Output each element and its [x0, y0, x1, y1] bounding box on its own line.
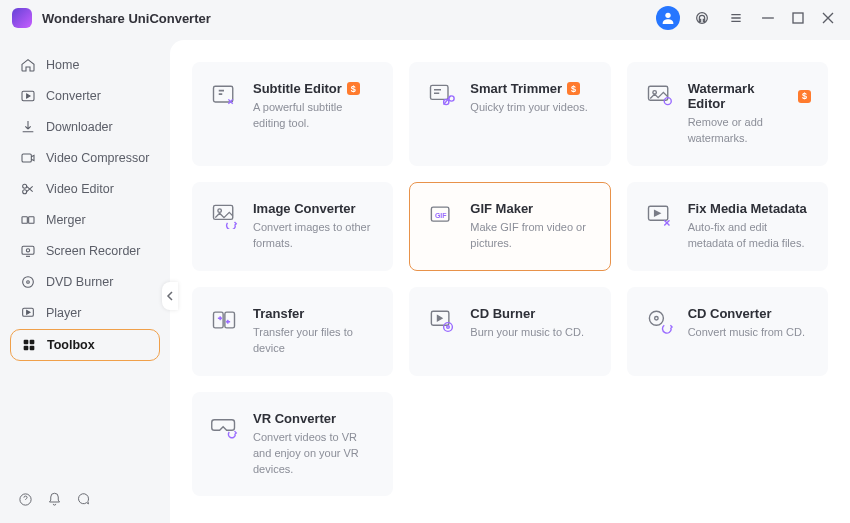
sidebar-item-video-editor[interactable]: Video Editor	[10, 174, 160, 204]
feedback-icon[interactable]	[76, 492, 91, 507]
sidebar-item-screen-recorder[interactable]: Screen Recorder	[10, 236, 160, 266]
tool-desc: Make GIF from video or pictures.	[470, 220, 593, 252]
svg-rect-20	[431, 85, 449, 99]
app-logo	[12, 8, 32, 28]
subtitle-icon	[209, 81, 239, 111]
sidebar-item-video-compressor[interactable]: Video Compressor	[10, 143, 160, 173]
tool-desc: Convert videos to VR and enjoy on your V…	[253, 430, 376, 478]
transfer-icon	[209, 306, 239, 336]
svg-rect-15	[30, 340, 35, 345]
tool-desc: Transfer your files to device	[253, 325, 376, 357]
svg-rect-8	[29, 217, 34, 224]
svg-point-26	[218, 209, 222, 213]
tool-desc: Quicky trim your videos.	[470, 100, 593, 116]
tool-title: Fix Media Metadata	[688, 201, 807, 216]
tool-card-image-converter[interactable]: Image ConverterConvert images to other f…	[192, 182, 393, 271]
sidebar-item-downloader[interactable]: Downloader	[10, 112, 160, 142]
svg-point-36	[654, 316, 658, 320]
svg-rect-17	[30, 346, 35, 351]
svg-point-33	[444, 322, 453, 331]
svg-rect-19	[214, 86, 233, 102]
svg-point-11	[23, 277, 34, 288]
svg-rect-16	[24, 346, 29, 351]
tool-title: CD Converter	[688, 306, 772, 321]
svg-rect-31	[225, 312, 235, 328]
premium-badge: $	[798, 90, 811, 103]
svg-point-0	[665, 13, 670, 18]
svg-point-35	[649, 311, 663, 325]
trimmer-icon	[426, 81, 456, 111]
sidebar-item-label: Screen Recorder	[46, 244, 141, 258]
tool-card-transfer[interactable]: TransferTransfer your files to device	[192, 287, 393, 376]
svg-rect-2	[793, 13, 803, 23]
watermark-icon	[644, 81, 674, 111]
sidebar-item-label: Converter	[46, 89, 101, 103]
svg-point-5	[23, 184, 27, 188]
tool-card-smart-trimmer[interactable]: Smart Trimmer$Quicky trim your videos.	[409, 62, 610, 166]
app-name: Wondershare UniConverter	[42, 11, 656, 26]
sidebar-item-merger[interactable]: Merger	[10, 205, 160, 235]
svg-point-12	[27, 281, 30, 284]
sidebar-item-label: Video Editor	[46, 182, 114, 196]
tool-card-gif-maker[interactable]: GIF GIF MakerMake GIF from video or pict…	[409, 182, 610, 271]
sidebar-item-label: Player	[46, 306, 81, 320]
minimize-button[interactable]	[758, 8, 778, 28]
sidebar-item-home[interactable]: Home	[10, 50, 160, 80]
sidebar-item-label: DVD Burner	[46, 275, 113, 289]
premium-badge: $	[347, 82, 360, 95]
vr-icon	[209, 411, 239, 441]
tool-card-cd-burner[interactable]: CD BurnerBurn your music to CD.	[409, 287, 610, 376]
sidebar: Home Converter Downloader Video Compress…	[0, 36, 170, 523]
image-converter-icon	[209, 201, 239, 231]
tool-desc: A powerful subtitle editing tool.	[253, 100, 376, 132]
sidebar-item-label: Toolbox	[47, 338, 95, 352]
maximize-button[interactable]	[788, 8, 808, 28]
content-area: Subtitle Editor$A powerful subtitle edit…	[170, 40, 850, 523]
collapse-sidebar-button[interactable]	[162, 282, 178, 310]
svg-point-6	[23, 190, 27, 194]
svg-rect-9	[22, 246, 34, 254]
svg-text:GIF: GIF	[435, 212, 447, 219]
tool-title: Subtitle Editor	[253, 81, 342, 96]
tool-title: Watermark Editor	[688, 81, 794, 111]
tool-title: GIF Maker	[470, 201, 533, 216]
menu-icon[interactable]	[724, 6, 748, 30]
support-icon[interactable]	[690, 6, 714, 30]
tool-card-watermark-editor[interactable]: Watermark Editor$Remove or add watermark…	[627, 62, 828, 166]
close-button[interactable]	[818, 8, 838, 28]
sidebar-item-player[interactable]: Player	[10, 298, 160, 328]
cd-converter-icon	[644, 306, 674, 336]
tool-desc: Auto-fix and edit metadata of media file…	[688, 220, 811, 252]
tool-card-cd-converter[interactable]: CD ConverterConvert music from CD.	[627, 287, 828, 376]
gif-icon: GIF	[426, 201, 456, 231]
sidebar-item-toolbox[interactable]: Toolbox	[10, 329, 160, 361]
tool-card-fix-metadata[interactable]: Fix Media MetadataAuto-fix and edit meta…	[627, 182, 828, 271]
sidebar-item-label: Home	[46, 58, 79, 72]
tool-desc: Remove or add watermarks.	[688, 115, 811, 147]
bell-icon[interactable]	[47, 492, 62, 507]
account-icon[interactable]	[656, 6, 680, 30]
svg-rect-30	[214, 312, 224, 328]
help-icon[interactable]	[18, 492, 33, 507]
tool-desc: Burn your music to CD.	[470, 325, 593, 341]
svg-rect-14	[24, 340, 29, 345]
tool-desc: Convert music from CD.	[688, 325, 811, 341]
sidebar-item-label: Video Compressor	[46, 151, 149, 165]
titlebar: Wondershare UniConverter	[0, 0, 850, 36]
premium-badge: $	[567, 82, 580, 95]
svg-point-1	[697, 13, 708, 24]
tool-title: Image Converter	[253, 201, 356, 216]
tool-title: Smart Trimmer	[470, 81, 562, 96]
tool-title: CD Burner	[470, 306, 535, 321]
sidebar-item-dvd-burner[interactable]: DVD Burner	[10, 267, 160, 297]
tool-title: Transfer	[253, 306, 304, 321]
svg-rect-7	[22, 217, 27, 224]
sidebar-item-converter[interactable]: Converter	[10, 81, 160, 111]
metadata-icon	[644, 201, 674, 231]
footer-icons	[10, 486, 160, 513]
cd-burner-icon	[426, 306, 456, 336]
tool-card-vr-converter[interactable]: VR ConverterConvert videos to VR and enj…	[192, 392, 393, 497]
svg-rect-4	[22, 154, 31, 162]
tool-title: VR Converter	[253, 411, 336, 426]
tool-card-subtitle-editor[interactable]: Subtitle Editor$A powerful subtitle edit…	[192, 62, 393, 166]
